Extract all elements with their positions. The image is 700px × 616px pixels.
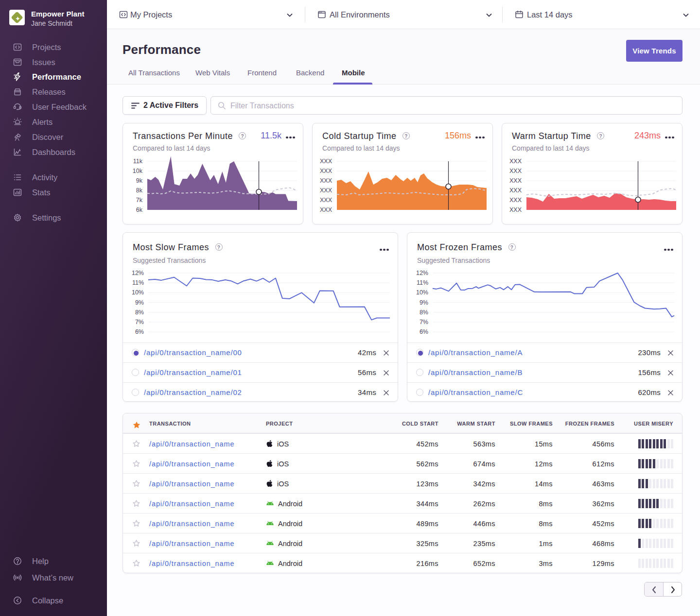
svg-text:12%: 12% xyxy=(416,270,428,276)
svg-text:6%: 6% xyxy=(135,328,144,335)
svg-text:9%: 9% xyxy=(420,299,428,306)
svg-text:8%: 8% xyxy=(420,309,428,316)
svg-text:10%: 10% xyxy=(416,289,428,296)
svg-text:9%: 9% xyxy=(135,299,144,306)
svg-text:7%: 7% xyxy=(135,319,144,325)
svg-text:8%: 8% xyxy=(135,309,144,316)
svg-text:11%: 11% xyxy=(417,279,428,286)
svg-text:7%: 7% xyxy=(420,319,428,325)
svg-text:12%: 12% xyxy=(132,270,144,276)
svg-text:6%: 6% xyxy=(420,328,428,335)
svg-text:11%: 11% xyxy=(132,279,144,286)
svg-text:10%: 10% xyxy=(132,289,144,296)
